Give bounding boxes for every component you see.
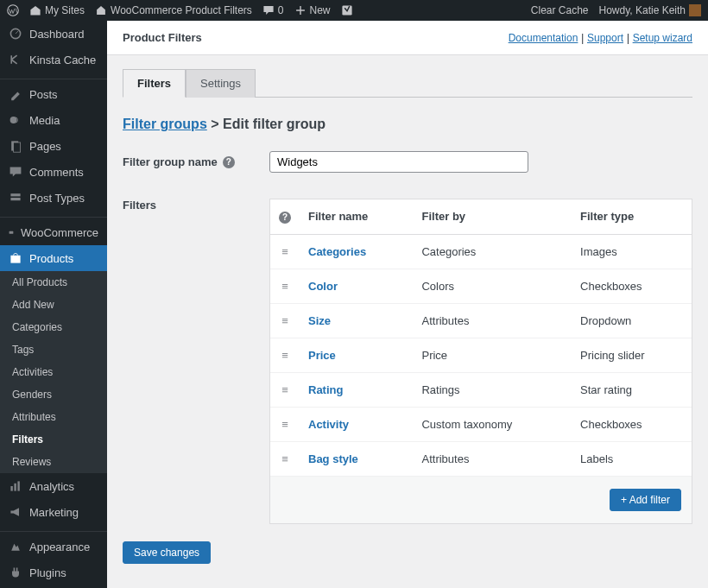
sidebar-item-plugins[interactable]: Plugins <box>0 560 107 585</box>
filter-type-cell: Images <box>572 234 692 269</box>
svg-point-3 <box>10 117 17 123</box>
sidebar-item-dashboard[interactable]: Dashboard <box>0 21 107 47</box>
filter-by-cell: Colors <box>413 269 572 303</box>
help-icon[interactable]: ? <box>223 156 235 168</box>
submenu-categories[interactable]: Categories <box>0 316 107 338</box>
sidebar-item-media[interactable]: Media <box>0 107 107 133</box>
add-filter-button[interactable]: + Add filter <box>610 489 681 511</box>
admin-bar: My Sites WooCommerce Product Filters 0 N… <box>0 0 708 21</box>
table-row: ≡ Activity Custom taxonomy Checkboxes <box>270 407 692 441</box>
svg-rect-11 <box>14 484 16 491</box>
svg-rect-7 <box>10 198 20 200</box>
main-content: Product Filters Documentation | Support … <box>107 21 708 588</box>
filter-by-cell: Ratings <box>413 372 572 407</box>
sidebar-item-posts[interactable]: Posts <box>0 81 107 107</box>
table-row: ≡ Price Price Pricing slider <box>270 338 692 372</box>
filter-name-link[interactable]: Bag style <box>308 452 358 465</box>
svg-rect-10 <box>10 486 12 491</box>
sidebar-item-woocommerce[interactable]: WooCommerce <box>0 219 107 245</box>
breadcrumb: Filter groups > Edit filter group <box>123 117 692 132</box>
filter-name-link[interactable]: Color <box>308 280 338 293</box>
save-changes-button[interactable]: Save changes <box>123 541 211 564</box>
submenu-attributes[interactable]: Attributes <box>0 406 107 428</box>
site-name-link[interactable]: WooCommerce Product Filters <box>95 4 252 16</box>
howdy-link[interactable]: Howdy, Katie Keith <box>599 4 702 16</box>
tab-filters[interactable]: Filters <box>123 69 186 98</box>
drag-handle-icon[interactable]: ≡ <box>281 314 288 327</box>
sidebar-item-comments[interactable]: Comments <box>0 159 107 185</box>
admin-sidebar: Dashboard Kinsta Cache Posts Media Pages… <box>0 21 107 588</box>
submenu-reviews[interactable]: Reviews <box>0 451 107 473</box>
filter-name-link[interactable]: Activity <box>308 418 349 431</box>
drag-handle-icon[interactable]: ≡ <box>281 349 288 362</box>
drag-handle-icon[interactable]: ≡ <box>281 280 288 293</box>
sidebar-item-analytics[interactable]: Analytics <box>0 473 107 499</box>
drag-handle-icon[interactable]: ≡ <box>281 245 288 258</box>
svg-rect-5 <box>14 142 21 152</box>
submenu-add-new[interactable]: Add New <box>0 294 107 316</box>
submenu-tags[interactable]: Tags <box>0 338 107 361</box>
help-icon[interactable]: ? <box>279 212 291 224</box>
filter-by-cell: Price <box>413 338 572 372</box>
breadcrumb-link[interactable]: Filter groups <box>123 117 207 131</box>
group-name-label: Filter group name ? <box>123 155 269 168</box>
filters-table: ? Filter name Filter by Filter type ≡ Ca… <box>269 199 692 524</box>
filter-name-link[interactable]: Categories <box>308 245 366 258</box>
filter-type-cell: Dropdown <box>572 303 692 338</box>
col-filter-type: Filter type <box>572 199 692 234</box>
submenu-filters[interactable]: Filters <box>0 428 107 451</box>
filter-by-cell: Attributes <box>413 441 572 476</box>
svg-rect-6 <box>10 193 20 196</box>
filter-by-cell: Custom taxonomy <box>413 407 572 441</box>
table-row: ≡ Categories Categories Images <box>270 234 692 269</box>
wp-logo-icon[interactable] <box>7 4 19 16</box>
yoast-icon[interactable] <box>341 4 353 16</box>
sidebar-item-marketing[interactable]: Marketing <box>0 499 107 525</box>
filter-type-cell: Pricing slider <box>572 338 692 372</box>
table-row: ≡ Bag style Attributes Labels <box>270 441 692 476</box>
sidebar-item-posttypes[interactable]: Post Types <box>0 185 107 211</box>
support-link[interactable]: Support <box>587 32 623 44</box>
header-links: Documentation | Support | Setup wizard <box>509 31 692 44</box>
filter-type-cell: Labels <box>572 441 692 476</box>
avatar <box>689 4 701 16</box>
new-link[interactable]: New <box>294 4 331 16</box>
table-row: ≡ Size Attributes Dropdown <box>270 303 692 338</box>
filter-name-link[interactable]: Rating <box>308 383 343 396</box>
my-sites-link[interactable]: My Sites <box>29 4 85 16</box>
drag-handle-icon[interactable]: ≡ <box>281 452 288 465</box>
drag-handle-icon[interactable]: ≡ <box>281 383 288 396</box>
submenu-all-products[interactable]: All Products <box>0 271 107 294</box>
col-filter-by: Filter by <box>413 199 572 234</box>
filter-name-link[interactable]: Size <box>308 314 331 327</box>
filter-by-cell: Attributes <box>413 303 572 338</box>
filter-type-cell: Star rating <box>572 372 692 407</box>
tabs: Filters Settings <box>123 69 692 98</box>
filter-type-cell: Checkboxes <box>572 407 692 441</box>
col-filter-name: Filter name <box>300 199 413 234</box>
filters-label: Filters <box>123 199 269 212</box>
breadcrumb-current: Edit filter group <box>223 117 326 131</box>
sidebar-item-products[interactable]: Products <box>0 245 107 271</box>
documentation-link[interactable]: Documentation <box>509 32 578 44</box>
sidebar-item-appearance[interactable]: Appearance <box>0 534 107 560</box>
page-title: Product Filters <box>123 31 202 44</box>
submenu-activities[interactable]: Activities <box>0 361 107 383</box>
setup-wizard-link[interactable]: Setup wizard <box>633 32 692 44</box>
drag-handle-icon[interactable]: ≡ <box>281 418 288 431</box>
clear-cache-link[interactable]: Clear Cache <box>531 4 589 16</box>
svg-rect-9 <box>10 256 20 263</box>
svg-rect-12 <box>17 481 19 490</box>
comments-link[interactable]: 0 <box>262 4 284 16</box>
filter-type-cell: Checkboxes <box>572 269 692 303</box>
table-row: ≡ Rating Ratings Star rating <box>270 372 692 407</box>
tab-settings[interactable]: Settings <box>186 69 256 98</box>
svg-rect-8 <box>9 231 14 234</box>
submenu-genders[interactable]: Genders <box>0 383 107 406</box>
table-row: ≡ Color Colors Checkboxes <box>270 269 692 303</box>
filter-name-link[interactable]: Price <box>308 349 336 362</box>
products-submenu: All Products Add New Categories Tags Act… <box>0 271 107 473</box>
group-name-input[interactable] <box>269 151 528 173</box>
sidebar-item-pages[interactable]: Pages <box>0 133 107 159</box>
sidebar-item-kinsta[interactable]: Kinsta Cache <box>0 47 107 73</box>
